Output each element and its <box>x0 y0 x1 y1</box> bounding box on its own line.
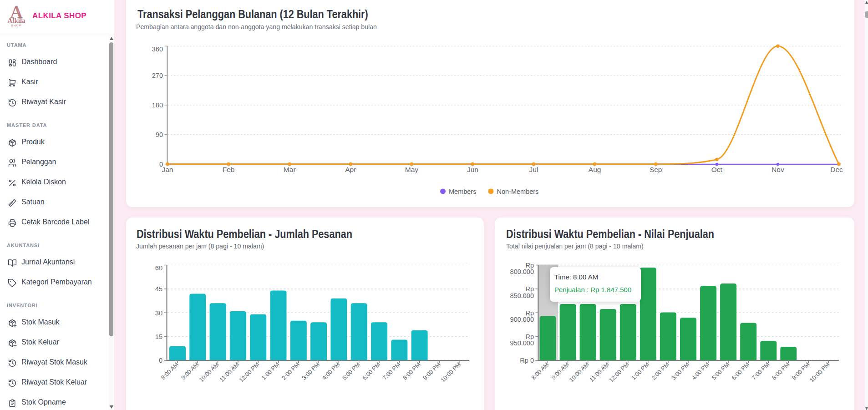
svg-text:8:00 PM: 8:00 PM <box>771 361 791 381</box>
svg-text:60: 60 <box>155 264 162 272</box>
svg-text:180: 180 <box>152 101 163 109</box>
svg-text:7:00 PM: 7:00 PM <box>751 361 771 381</box>
svg-text:Non-Members: Non-Members <box>497 188 539 195</box>
svg-text:850.000: 850.000 <box>510 292 534 299</box>
svg-text:Feb: Feb <box>223 166 235 173</box>
svg-text:Aug: Aug <box>589 166 601 173</box>
svg-text:5:00 PM: 5:00 PM <box>341 361 361 381</box>
svg-text:Apr: Apr <box>345 166 356 173</box>
svg-text:9:00 PM: 9:00 PM <box>421 361 442 381</box>
svg-text:11:00 AM: 11:00 AM <box>218 361 240 383</box>
svg-text:0: 0 <box>159 357 162 364</box>
svg-text:90: 90 <box>156 131 163 138</box>
svg-text:Dec: Dec <box>830 166 843 173</box>
svg-text:9:00 AM: 9:00 AM <box>550 361 570 381</box>
svg-text:Rp 0: Rp 0 <box>520 357 534 364</box>
svg-text:Jun: Jun <box>467 166 478 173</box>
svg-text:SHOP: SHOP <box>11 24 21 27</box>
svg-text:360: 360 <box>152 46 163 53</box>
svg-text:270: 270 <box>152 72 163 79</box>
svg-text:Jan: Jan <box>162 166 173 173</box>
svg-text:2:00 PM: 2:00 PM <box>650 361 670 381</box>
svg-text:7:00 PM: 7:00 PM <box>381 361 402 381</box>
svg-text:4:00 PM: 4:00 PM <box>690 361 711 381</box>
svg-text:800.000: 800.000 <box>510 268 534 275</box>
svg-text:Nov: Nov <box>772 166 784 173</box>
svg-text:2:00 PM: 2:00 PM <box>280 361 301 381</box>
svg-text:3:00 PM: 3:00 PM <box>670 361 690 381</box>
svg-text:9:00 AM: 9:00 AM <box>180 361 200 381</box>
svg-text:10:00 AM: 10:00 AM <box>198 361 220 383</box>
svg-text:6:00 PM: 6:00 PM <box>730 361 751 381</box>
svg-text:Oct: Oct <box>711 166 723 173</box>
svg-text:11:00 AM: 11:00 AM <box>588 361 610 383</box>
svg-text:6:00 PM: 6:00 PM <box>361 361 381 381</box>
svg-text:1:00 PM: 1:00 PM <box>260 361 281 381</box>
svg-text:8:00 PM: 8:00 PM <box>401 361 422 381</box>
svg-text:Alkila: Alkila <box>7 17 25 24</box>
svg-text:3:00 PM: 3:00 PM <box>300 361 321 381</box>
svg-text:8:00 AM: 8:00 AM <box>160 361 180 381</box>
svg-text:950.000: 950.000 <box>510 339 534 347</box>
svg-text:10:00 PM: 10:00 PM <box>439 361 462 384</box>
svg-text:1:00 PM: 1:00 PM <box>630 361 650 381</box>
svg-text:12:00 PM: 12:00 PM <box>608 361 630 384</box>
svg-text:900.000: 900.000 <box>510 316 534 323</box>
svg-text:5:00 PM: 5:00 PM <box>710 361 731 381</box>
svg-text:9:00 PM: 9:00 PM <box>791 361 811 381</box>
svg-text:10:00 AM: 10:00 AM <box>568 361 590 383</box>
svg-text:Sep: Sep <box>650 166 662 173</box>
svg-text:15: 15 <box>155 333 162 340</box>
svg-text:45: 45 <box>155 285 162 293</box>
svg-text:12:00 PM: 12:00 PM <box>238 361 260 384</box>
svg-text:Jul: Jul <box>529 166 538 173</box>
svg-text:May: May <box>405 166 419 173</box>
svg-text:4:00 PM: 4:00 PM <box>321 361 341 381</box>
svg-text:Mar: Mar <box>284 166 296 173</box>
svg-text:Members: Members <box>449 188 476 195</box>
svg-text:30: 30 <box>155 309 162 317</box>
svg-text:10:00 PM: 10:00 PM <box>808 361 831 384</box>
